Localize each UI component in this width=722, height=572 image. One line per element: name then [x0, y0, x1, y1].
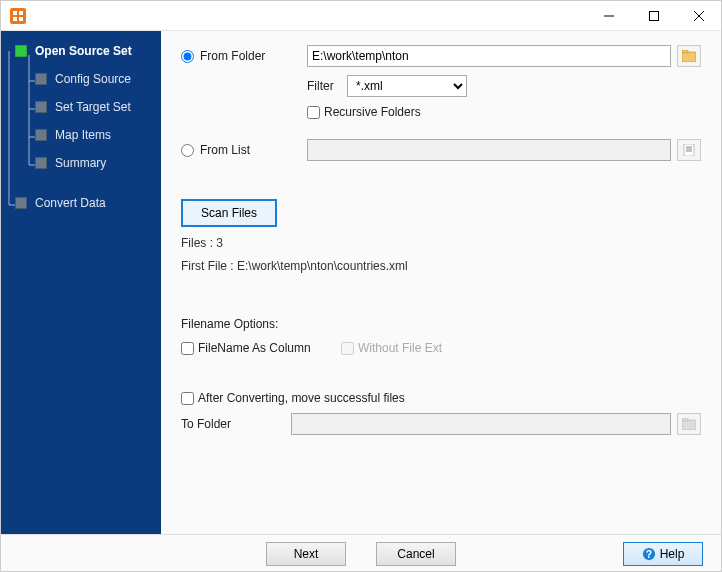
- svg-rect-1: [13, 11, 17, 15]
- filter-select[interactable]: *.xml: [347, 75, 467, 97]
- browse-to-folder-button[interactable]: [677, 413, 701, 435]
- recursive-label: Recursive Folders: [324, 105, 421, 119]
- maximize-button[interactable]: [631, 1, 676, 31]
- browse-list-button[interactable]: [677, 139, 701, 161]
- step-icon: [35, 101, 47, 113]
- sidebar-item-set-target-set[interactable]: Set Target Set: [13, 93, 161, 121]
- step-label: Map Items: [55, 128, 111, 142]
- step-icon: [35, 129, 47, 141]
- next-button[interactable]: Next: [266, 542, 346, 566]
- from-list-input: [307, 139, 671, 161]
- step-icon: [15, 197, 27, 209]
- step-icon: [15, 45, 27, 57]
- folder-path-input[interactable]: [307, 45, 671, 67]
- without-file-ext-checkbox: Without File Ext: [341, 341, 442, 355]
- sidebar-item-map-items[interactable]: Map Items: [13, 121, 161, 149]
- step-label: Convert Data: [35, 196, 106, 210]
- svg-rect-3: [13, 17, 17, 21]
- wizard-sidebar: Open Source Set Config Source Set Target…: [1, 31, 161, 534]
- svg-rect-16: [682, 52, 696, 62]
- step-label: Open Source Set: [35, 44, 132, 58]
- svg-rect-18: [684, 144, 694, 156]
- to-folder-input: [291, 413, 671, 435]
- step-icon: [35, 73, 47, 85]
- svg-text:?: ?: [645, 547, 651, 559]
- svg-rect-4: [19, 17, 23, 21]
- files-count-text: Files : 3: [181, 236, 701, 250]
- recursive-checkbox[interactable]: Recursive Folders: [307, 105, 421, 119]
- sidebar-item-open-source-set[interactable]: Open Source Set: [13, 37, 161, 65]
- sidebar-item-convert-data[interactable]: Convert Data: [13, 189, 161, 217]
- help-button[interactable]: ? Help: [623, 542, 703, 566]
- close-button[interactable]: [676, 1, 721, 31]
- after-converting-checkbox[interactable]: After Converting, move successful files: [181, 391, 405, 405]
- to-folder-label: To Folder: [181, 417, 291, 431]
- content-panel: From Folder Filter *.xml Recursive Folde…: [161, 31, 721, 534]
- without-file-ext-label: Without File Ext: [358, 341, 442, 355]
- svg-rect-22: [682, 420, 696, 430]
- step-icon: [35, 157, 47, 169]
- footer-bar: Next Cancel ? Help: [1, 534, 721, 572]
- svg-rect-23: [682, 418, 688, 421]
- cancel-button[interactable]: Cancel: [376, 542, 456, 566]
- sidebar-item-config-source[interactable]: Config Source: [13, 65, 161, 93]
- filename-as-column-label: FileName As Column: [198, 341, 311, 355]
- from-folder-label: From Folder: [200, 49, 265, 63]
- from-list-label: From List: [200, 143, 250, 157]
- titlebar: [1, 1, 721, 31]
- after-converting-label: After Converting, move successful files: [198, 391, 405, 405]
- filename-as-column-checkbox[interactable]: FileName As Column: [181, 341, 341, 355]
- step-label: Summary: [55, 156, 106, 170]
- help-icon: ?: [642, 547, 656, 561]
- scan-files-button[interactable]: Scan Files: [181, 199, 277, 227]
- help-label: Help: [660, 547, 685, 561]
- step-label: Set Target Set: [55, 100, 131, 114]
- from-list-radio[interactable]: From List: [181, 143, 291, 157]
- filename-options-heading: Filename Options:: [181, 317, 701, 331]
- minimize-button[interactable]: [586, 1, 631, 31]
- svg-rect-2: [19, 11, 23, 15]
- app-icon: [9, 7, 27, 25]
- step-label: Config Source: [55, 72, 131, 86]
- window-controls: [586, 1, 721, 31]
- browse-folder-button[interactable]: [677, 45, 701, 67]
- sidebar-item-summary[interactable]: Summary: [13, 149, 161, 177]
- svg-rect-17: [682, 50, 688, 53]
- svg-rect-0: [10, 8, 26, 24]
- filter-label: Filter: [307, 79, 347, 93]
- first-file-text: First File : E:\work\temp\nton\countries…: [181, 259, 701, 273]
- from-folder-radio[interactable]: From Folder: [181, 49, 291, 63]
- svg-rect-6: [649, 11, 658, 20]
